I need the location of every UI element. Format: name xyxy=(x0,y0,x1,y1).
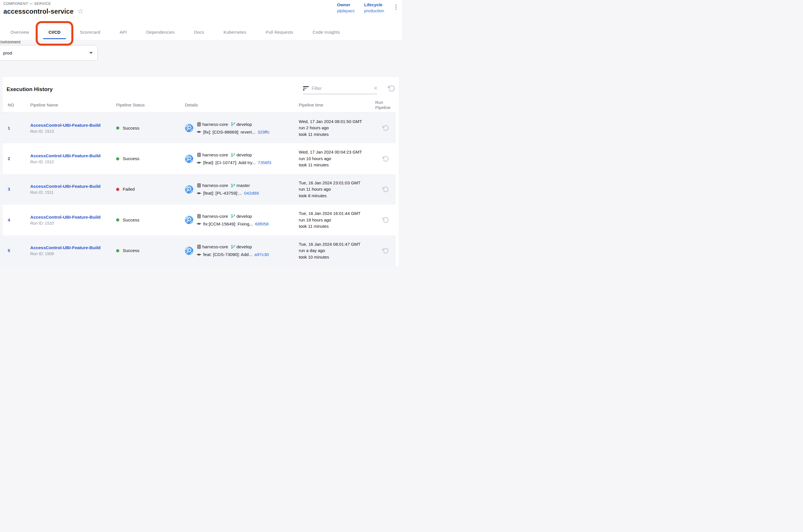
status-text: Failed xyxy=(123,187,135,192)
repository-icon xyxy=(197,152,202,157)
pipeline-time: Tue, 16 Jan 2024 16:01:44 GMT run 18 hou… xyxy=(299,210,375,230)
run-pipeline-button[interactable] xyxy=(382,186,389,193)
row-number-link[interactable]: 2 xyxy=(8,156,10,161)
pipeline-name-link[interactable]: AccessControl-UBI-Feature-Build xyxy=(30,123,100,128)
tab-ci-cd[interactable]: CI/CD xyxy=(49,24,60,40)
more-options-kebab-icon[interactable] xyxy=(394,4,398,10)
entity-kind-label: COMPONENT — SERVICE xyxy=(3,2,51,6)
tab-label: Pull Requests xyxy=(266,30,293,35)
status-dot xyxy=(116,218,119,222)
filter-field: ✕ xyxy=(303,83,377,94)
git-commit-icon xyxy=(197,160,201,165)
row-number-link[interactable]: 5 xyxy=(8,248,10,253)
run-pipeline-button[interactable] xyxy=(382,155,389,162)
status-text: Success xyxy=(123,156,139,161)
table-row: 1 AccessControl-UBI-Feature-Build Run ID… xyxy=(0,113,396,143)
table-row: 2 AccessControl-UBI-Feature-Build Run ID… xyxy=(0,143,396,174)
tab-label: Docs xyxy=(194,30,204,35)
pipeline-time: Tue, 16 Jan 2024 08:01:47 GMT run a day … xyxy=(299,241,375,261)
pipeline-time-took: took 11 minutes xyxy=(299,131,375,138)
refresh-button[interactable] xyxy=(385,82,398,95)
tab-label: CI/CD xyxy=(49,30,60,35)
row-number-link[interactable]: 3 xyxy=(8,187,10,191)
status-dot xyxy=(116,249,119,252)
commit-hash-link[interactable]: a97c30 xyxy=(254,251,269,258)
git-commit-icon xyxy=(197,222,201,226)
tab-code-insights[interactable]: Code Insights xyxy=(313,24,340,40)
run-pipeline-button[interactable] xyxy=(382,216,389,223)
run-id: Run ID: 1510 xyxy=(30,221,116,226)
clear-filter-icon[interactable]: ✕ xyxy=(374,86,378,91)
column-header-details: Details xyxy=(185,102,299,108)
pipeline-time-gmt: Tue, 16 Jan 2024 23:01:03 GMT xyxy=(299,180,375,186)
pipeline-name-link[interactable]: AccessControl-UBI-Feature-Build xyxy=(30,184,100,189)
pipeline-time-gmt: Tue, 16 Jan 2024 08:01:47 GMT xyxy=(299,241,375,248)
repository-icon xyxy=(197,214,202,218)
column-header-no: NO xyxy=(8,102,30,108)
git-commit-icon xyxy=(197,191,201,195)
repo-name: harness-core xyxy=(202,213,228,220)
row-number-link[interactable]: 4 xyxy=(8,217,10,222)
harness-ci-icon xyxy=(185,155,193,163)
table-header-row: NO Pipeline Name Pipeline Status Details… xyxy=(0,98,396,112)
branch-name: develop xyxy=(236,151,252,158)
harness-ci-icon xyxy=(185,216,193,224)
run-pipeline-button[interactable] xyxy=(382,125,389,131)
tab-dependencies[interactable]: Dependencies xyxy=(146,24,175,40)
environment-select[interactable]: prod xyxy=(0,45,98,61)
owner-label: Owner xyxy=(337,2,355,7)
pipeline-name-link[interactable]: AccessControl-UBI-Feature-Build xyxy=(30,153,100,158)
tab-overview[interactable]: Overview xyxy=(11,24,29,40)
pipeline-name-link[interactable]: AccessControl-UBI-Feature-Build xyxy=(30,245,100,250)
row-number-link[interactable]: 1 xyxy=(8,126,10,130)
tab-scorecard[interactable]: Scorecard xyxy=(80,24,100,40)
pipeline-time-took: took 8 minutes xyxy=(299,193,375,199)
tab-label: Overview xyxy=(11,30,29,35)
git-branch-icon xyxy=(231,153,235,157)
pipeline-time-gmt: Wed, 17 Jan 2024 08:01:50 GMT xyxy=(299,118,375,125)
tab-label: Dependencies xyxy=(146,30,175,35)
run-id: Run ID: 1512 xyxy=(30,159,116,164)
tab-label: Scorecard xyxy=(80,30,100,35)
owner-value-link[interactable]: plplayacc xyxy=(337,8,355,13)
commit-hash-link[interactable]: 68f058 xyxy=(255,220,269,227)
harness-ci-icon xyxy=(185,124,193,132)
commit-message: [fix]: [CDS-88669]: revert... xyxy=(203,129,255,136)
filter-icon xyxy=(303,86,309,91)
commit-hash-link[interactable]: 329ffc xyxy=(257,129,269,136)
tab-label: Code Insights xyxy=(313,30,340,35)
tab-api[interactable]: API xyxy=(119,24,127,40)
git-branch-icon xyxy=(231,183,235,188)
commit-hash-link[interactable]: 7356f3 xyxy=(258,159,271,166)
pipeline-time-gmt: Wed, 17 Jan 2024 00:04:23 GMT xyxy=(299,149,375,155)
column-header-pipeline-time: Pipeline time xyxy=(299,102,375,108)
pipeline-name-link[interactable]: AccessControl-UBI-Feature-Build xyxy=(30,215,100,220)
repo-name: harness-core xyxy=(202,151,228,158)
commit-hash-link[interactable]: 042d99 xyxy=(244,190,259,197)
tabs: OverviewCI/CDScorecardAPIDependenciesDoc… xyxy=(0,24,402,40)
tab-pull-requests[interactable]: Pull Requests xyxy=(266,24,293,40)
tab-docs[interactable]: Docs xyxy=(194,24,204,40)
repo-name: harness-core xyxy=(202,243,228,250)
run-pipeline-button[interactable] xyxy=(382,247,389,254)
pipeline-time-ago: run 18 hours ago xyxy=(299,217,375,224)
commit-message: fix:[CCM-15649]: Fixing... xyxy=(203,220,253,227)
branch-name: develop xyxy=(236,243,252,250)
column-header-run-pipeline: Run Pipeline xyxy=(375,100,393,110)
status-dot xyxy=(116,127,119,130)
tab-label: Kubernetes xyxy=(224,30,246,35)
pipeline-time-ago: run 10 hours ago xyxy=(299,155,375,162)
tab-kubernetes[interactable]: Kubernetes xyxy=(224,24,246,40)
filter-input[interactable] xyxy=(312,86,371,91)
favorite-star-icon[interactable]: ☆ xyxy=(77,8,83,15)
pipeline-time-ago: run 11 hours ago xyxy=(299,186,375,193)
table-row: 5 AccessControl-UBI-Feature-Build Run ID… xyxy=(0,235,396,266)
page-header: COMPONENT — SERVICE accesscontrol-servic… xyxy=(0,0,402,40)
status-dot xyxy=(116,188,119,191)
pipeline-time-took: took 11 minutes xyxy=(299,162,375,168)
commit-message: [feat]: [PL-43759]:... xyxy=(203,190,242,197)
environment-selected-value: prod xyxy=(3,51,89,56)
pipeline-time-took: took 11 minutes xyxy=(299,223,375,230)
status-text: Success xyxy=(123,126,139,131)
pipeline-time: Wed, 17 Jan 2024 08:01:50 GMT run 2 hour… xyxy=(299,118,375,138)
